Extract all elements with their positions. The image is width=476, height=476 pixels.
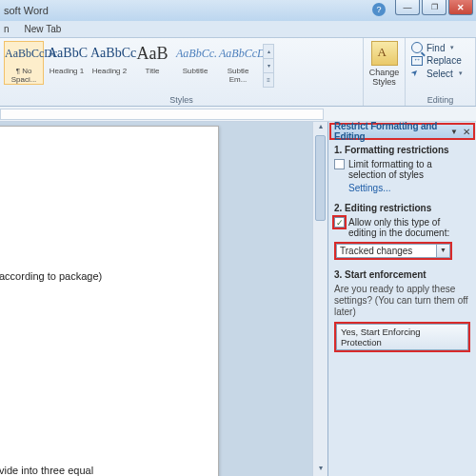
help-icon[interactable]: ? (372, 3, 386, 16)
window-controls: — ❐ ✕ (393, 0, 473, 15)
start-enforcement-section: 3. Start enforcement Are you ready to ap… (334, 269, 470, 352)
pane-header: Restrict Formatting and Editing ▼ ✕ (329, 123, 475, 140)
enforcement-description: Are you ready to apply these settings? (… (334, 284, 470, 318)
style-subtle-emphasis[interactable]: AaBbCcDc Subtle Em... (218, 41, 258, 85)
editing-group: Find▾ Replace Select▾ Editing (406, 38, 476, 106)
group-label-styles: Styles (0, 95, 363, 105)
limit-formatting-checkbox[interactable] (334, 159, 345, 169)
checkbox-label: Allow only this type of editing in the d… (348, 217, 470, 238)
select-value: Tracked changes (336, 244, 436, 258)
section-heading: 2. Editing restrictions (334, 203, 470, 213)
pane-close-icon[interactable]: ✕ (463, 127, 470, 137)
styles-gallery: AaBbCcDc ¶ No Spaci... AaBbC Heading 1 A… (4, 38, 359, 88)
menu-item[interactable]: n (4, 24, 10, 34)
settings-link[interactable]: Settings... (334, 183, 470, 193)
style-heading-1[interactable]: AaBbC Heading 1 (47, 41, 87, 85)
find-icon (411, 42, 423, 53)
ribbon: AaBbCcDc ¶ No Spaci... AaBbC Heading 1 A… (0, 38, 476, 107)
section-heading: 1. Formatting restrictions (334, 145, 470, 155)
menu-item-new-tab[interactable]: New Tab (25, 24, 62, 34)
close-button[interactable]: ✕ (448, 0, 473, 15)
document-canvas[interactable]: according to package) vide into three eq… (0, 122, 312, 476)
scroll-up-icon[interactable]: ▴ (313, 122, 327, 134)
formatting-restrictions-section: 1. Formatting restrictions Limit formatt… (334, 145, 470, 193)
window-titlebar: soft Word ? — ❐ ✕ (0, 0, 476, 21)
restrict-editing-pane: Restrict Formatting and Editing ▼ ✕ 1. F… (327, 122, 476, 476)
find-button[interactable]: Find▾ (411, 42, 471, 53)
main-area: according to package) vide into three eq… (0, 122, 476, 476)
minimize-button[interactable]: — (395, 0, 420, 15)
style-subtitle[interactable]: AaBbCc. Subtitle (175, 41, 215, 85)
doc-text: according to package) (0, 269, 210, 283)
style-no-spacing[interactable]: AaBbCcDc ¶ No Spaci... (4, 41, 44, 85)
window-title: soft Word (0, 5, 49, 16)
change-styles-icon (371, 41, 398, 66)
menu-bar: n New Tab (0, 21, 476, 38)
replace-icon (411, 56, 423, 66)
pane-menu-icon[interactable]: ▼ (450, 128, 458, 136)
change-styles-button[interactable]: Change Styles (364, 38, 406, 106)
editing-restrictions-section: 2. Editing restrictions ✓ Allow only thi… (334, 203, 470, 260)
scroll-down-icon[interactable]: ▾ (313, 464, 327, 476)
gallery-spinner[interactable]: ▴▾≡ (263, 44, 274, 88)
page[interactable]: according to package) vide into three eq… (0, 126, 219, 476)
chevron-down-icon[interactable]: ▼ (436, 244, 450, 258)
maximize-button[interactable]: ❐ (422, 0, 446, 15)
allow-editing-checkbox[interactable]: ✓ (334, 217, 345, 228)
group-label-editing: Editing (406, 95, 475, 105)
editing-type-select[interactable]: Tracked changes ▼ (334, 242, 452, 260)
select-button[interactable]: Select▾ (411, 68, 471, 79)
scroll-thumb[interactable] (315, 135, 326, 221)
ruler[interactable] (0, 107, 476, 122)
start-enforcing-button[interactable]: Yes, Start Enforcing Protection (334, 322, 470, 352)
style-title[interactable]: AaB Title (132, 41, 172, 85)
style-heading-2[interactable]: AaBbCc Heading 2 (89, 41, 129, 85)
vertical-scrollbar[interactable]: ▴ ▾ (312, 122, 327, 476)
doc-text: vide into three equal (0, 464, 210, 476)
styles-group: AaBbCcDc ¶ No Spaci... AaBbC Heading 1 A… (0, 38, 364, 106)
checkbox-label: Limit formatting to a selection of style… (348, 159, 470, 180)
select-icon (411, 68, 423, 79)
section-heading: 3. Start enforcement (334, 269, 470, 280)
replace-button[interactable]: Replace (411, 55, 471, 66)
